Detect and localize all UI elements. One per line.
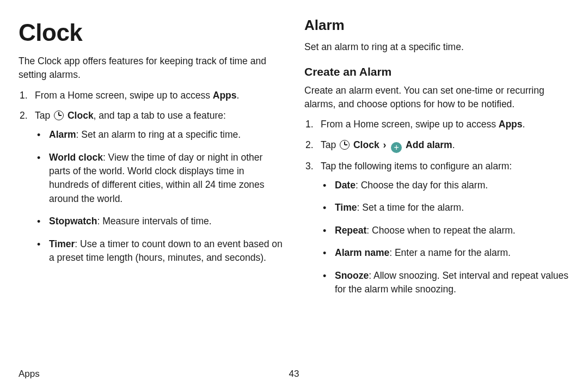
list-item: Date: Choose the day for this alarm.: [321, 179, 569, 192]
config-desc: : Set a time for the alarm.: [357, 202, 464, 213]
step-text: Tap: [35, 110, 53, 121]
config-name: Snooze: [335, 270, 369, 281]
feature-name: World clock: [49, 152, 103, 163]
step-tail: .: [523, 119, 525, 130]
config-desc: : Allow snoozing. Set interval and repea…: [335, 270, 568, 295]
step-item: From a Home screen, swipe up to access A…: [304, 118, 569, 131]
intro-text: The Clock app offers features for keepin…: [19, 54, 284, 82]
add-alarm-label: Add alarm: [406, 139, 452, 150]
apps-label: Apps: [499, 119, 523, 130]
step-tail: .: [452, 139, 455, 150]
feature-name: Timer: [49, 238, 75, 249]
step-tail: , and tap a tab to use a feature:: [94, 110, 226, 121]
feature-desc: : Measure intervals of time.: [97, 216, 211, 226]
steps-list: From a Home screen, swipe up to access A…: [19, 89, 284, 265]
list-item: Repeat: Choose when to repeat the alarm.: [321, 224, 569, 237]
config-name: Alarm name: [335, 247, 389, 258]
list-item: Alarm name: Enter a name for the alarm.: [321, 246, 569, 260]
feature-desc: : Set an alarm to ring at a specific tim…: [76, 129, 241, 140]
feature-name: Stopwatch: [49, 216, 97, 226]
page-footer: Apps 43: [19, 367, 569, 381]
config-list: Date: Choose the day for this alarm. Tim…: [321, 179, 569, 296]
clock-label: Clock: [68, 110, 94, 121]
clock-icon: [340, 140, 350, 150]
list-item: Stopwatch: Measure intervals of time.: [35, 215, 284, 228]
list-item: Timer: Use a timer to count down to an e…: [35, 237, 284, 265]
config-name: Repeat: [335, 225, 366, 236]
list-item: Snooze: Allow snoozing. Set interval and…: [321, 269, 569, 297]
config-desc: : Choose the day for this alarm.: [356, 180, 488, 191]
feature-desc: : Use a timer to count down to an event …: [49, 238, 283, 263]
step-item: Tap Clock, and tap a tab to use a featur…: [19, 109, 284, 265]
list-item: World clock: View the time of day or nig…: [35, 151, 284, 206]
feature-list: Alarm: Set an alarm to ring at a specifi…: [35, 128, 284, 265]
step-text: Tap: [321, 139, 339, 150]
section-title: Alarm: [304, 15, 569, 36]
step-text: Tap the following items to configure an …: [321, 161, 512, 171]
config-name: Time: [335, 202, 357, 213]
footer-section: Apps: [19, 367, 40, 381]
step-item: Tap the following items to configure an …: [304, 160, 569, 297]
feature-name: Alarm: [49, 129, 76, 140]
step-item: From a Home screen, swipe up to access A…: [19, 89, 284, 102]
list-item: Alarm: Set an alarm to ring at a specifi…: [35, 128, 284, 142]
clock-label: Clock: [353, 139, 379, 150]
config-name: Date: [335, 180, 356, 191]
plus-icon: +: [391, 142, 402, 153]
subsection-title: Create an Alarm: [304, 64, 569, 80]
apps-label: Apps: [213, 90, 237, 101]
page-title: Clock: [19, 15, 284, 50]
left-column: Clock The Clock app offers features for …: [19, 15, 284, 305]
clock-icon: [54, 111, 64, 120]
list-item: Time: Set a time for the alarm.: [321, 201, 569, 215]
steps-list: From a Home screen, swipe up to access A…: [304, 118, 569, 296]
section-intro: Set an alarm to ring at a specific time.: [304, 40, 569, 54]
chevron-right-icon: ›: [383, 139, 386, 150]
right-column: Alarm Set an alarm to ring at a specific…: [304, 15, 569, 305]
step-tail: .: [237, 90, 240, 101]
config-desc: : Choose when to repeat the alarm.: [366, 225, 515, 236]
config-desc: : Enter a name for the alarm.: [389, 247, 511, 258]
page-number: 43: [289, 367, 299, 381]
step-item: Tap Clock › + Add alarm.: [304, 138, 569, 153]
step-text: From a Home screen, swipe up to access: [35, 90, 213, 101]
subsection-intro: Create an alarm event. You can set one-t…: [304, 84, 569, 112]
step-text: From a Home screen, swipe up to access: [321, 119, 499, 130]
